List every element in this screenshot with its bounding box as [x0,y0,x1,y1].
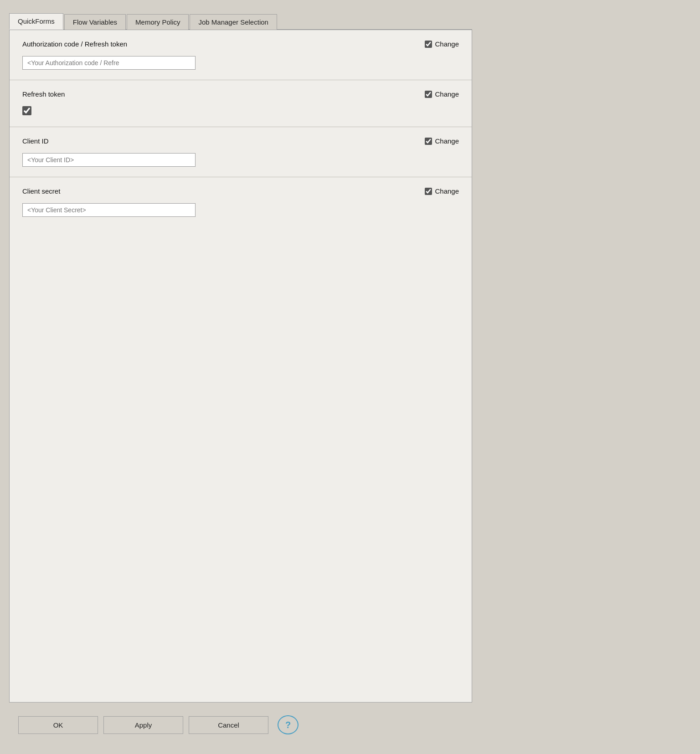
client-secret-label: Client secret [22,187,60,195]
section-refresh-token: Refresh token Change [10,80,472,127]
auth-code-input[interactable] [22,56,196,70]
tab-flow-variables[interactable]: Flow Variables [64,14,126,30]
auth-code-change-group: Change [425,40,459,48]
ok-button[interactable]: OK [18,716,98,734]
apply-button[interactable]: Apply [103,716,183,734]
client-secret-change-group: Change [425,187,459,195]
client-id-change-group: Change [425,137,459,145]
section-refresh-token-header: Refresh token Change [22,90,459,98]
help-button[interactable]: ? [278,715,299,734]
refresh-token-change-checkbox[interactable] [425,91,432,98]
refresh-token-checkbox[interactable] [22,106,31,115]
tab-memory-policy[interactable]: Memory Policy [127,14,189,30]
refresh-token-change-label: Change [435,90,459,98]
auth-code-label: Authorization code / Refresh token [22,40,127,48]
content-area: Authorization code / Refresh token Chang… [9,30,472,703]
auth-code-change-label: Change [435,40,459,48]
client-secret-change-checkbox[interactable] [425,188,432,195]
client-id-input[interactable] [22,153,196,167]
section-client-id: Client ID Change [10,127,472,177]
section-client-secret-header: Client secret Change [22,187,459,195]
bottom-area: OK Apply Cancel ? [9,703,472,747]
client-id-change-label: Change [435,137,459,145]
cancel-button[interactable]: Cancel [189,716,268,734]
section-client-secret: Client secret Change [10,177,472,227]
auth-code-change-checkbox[interactable] [425,41,432,48]
client-secret-input[interactable] [22,203,196,217]
client-id-change-checkbox[interactable] [425,138,432,145]
refresh-token-label: Refresh token [22,90,65,98]
tab-job-manager[interactable]: Job Manager Selection [190,14,277,30]
dialog: QuickForms Flow Variables Memory Policy … [9,9,472,747]
client-secret-change-label: Change [435,187,459,195]
refresh-token-change-group: Change [425,90,459,98]
tab-quickforms[interactable]: QuickForms [9,13,63,30]
tab-bar: QuickForms Flow Variables Memory Policy … [9,9,472,30]
section-auth-code-header: Authorization code / Refresh token Chang… [22,40,459,48]
client-id-label: Client ID [22,137,49,145]
section-client-id-header: Client ID Change [22,137,459,145]
section-auth-code: Authorization code / Refresh token Chang… [10,30,472,80]
